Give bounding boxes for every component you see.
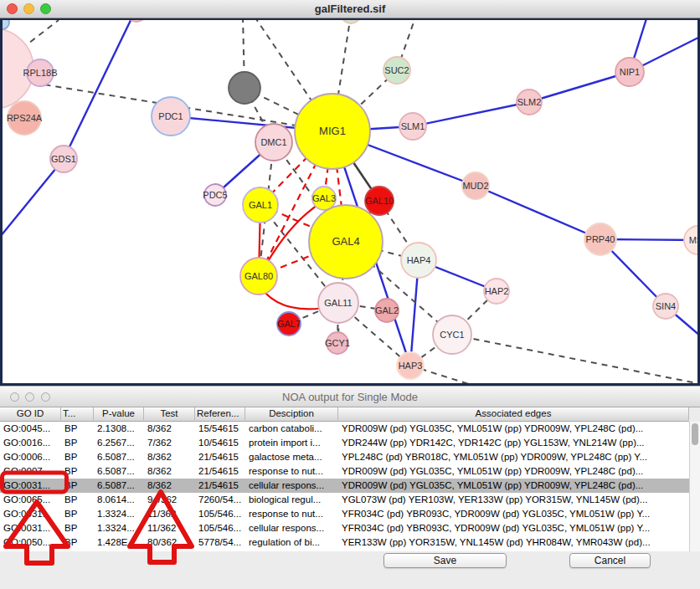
graph-node-label-CYC1: CYC1 xyxy=(440,330,464,340)
graph-node-label-HAP3: HAP3 xyxy=(399,361,423,371)
table-cell: GO:0016... xyxy=(0,436,61,450)
graph-node-label-GAL80: GAL80 xyxy=(244,271,273,281)
table-row[interactable]: GO:0007...BP6.5087...8/36221/54615respon… xyxy=(0,464,689,479)
table-cell: 6.5087... xyxy=(94,479,144,493)
table-cell: 6.5087... xyxy=(94,450,144,464)
table-cell: 10/54615 xyxy=(195,436,245,450)
graph-node-label-DMC1: DMC1 xyxy=(260,137,286,147)
table-row[interactable]: GO:0050...BP1.428E...80/3625778/54...reg… xyxy=(0,535,689,550)
graph-node-label-SUC2: SUC2 xyxy=(384,65,409,75)
column-header-4[interactable]: Referen... xyxy=(195,407,245,420)
network-window-title: galFiltered.sif xyxy=(0,0,700,18)
graph-node-label-GAL10: GAL10 xyxy=(365,196,394,206)
table-row[interactable]: GO:0031...BP1.3324...11/362105/546...res… xyxy=(0,507,689,521)
table-row[interactable]: GO:0045...BP2.1308...8/36215/54615carbon… xyxy=(0,422,689,436)
network-canvas[interactable]: RPL18BRPS24AGDS1PDC1DMC1MIG1SUC2SLM1SLM2… xyxy=(0,0,700,386)
noa-window-titlebar[interactable]: NOA output for Single Mode xyxy=(0,386,700,407)
column-header-0[interactable]: GO ID xyxy=(0,407,61,420)
table-cell: YFR034C (pd) YBR093C, YDR009W (pd) YGL03… xyxy=(338,521,689,535)
column-header-2[interactable]: P-value xyxy=(94,407,144,420)
table-row[interactable]: GO:0016...BP6.2567...7/36210/54615protei… xyxy=(0,436,689,450)
table-cell: YDR244W (pp) YDR142C, YDR142C (pp) YGL15… xyxy=(338,436,689,450)
table-cell: cellular respons... xyxy=(245,479,338,493)
table-cell: 21/54615 xyxy=(195,450,245,464)
graph-node-label-MSL: MSL xyxy=(689,235,700,245)
table-cell: YDR009W (pd) YGL035C, YML051W (pp) YDR00… xyxy=(338,479,689,493)
table-row[interactable]: GO:0065...BP8.0614...94/3627260/54...bio… xyxy=(0,493,689,507)
network-window: RPL18BRPS24AGDS1PDC1DMC1MIG1SUC2SLM1SLM2… xyxy=(0,0,700,386)
table-cell: 80/362 xyxy=(144,535,195,550)
table-cell: biological regul... xyxy=(245,493,338,507)
graph-edge-dash[interactable] xyxy=(452,335,697,383)
graph-node-gray-node[interactable] xyxy=(229,72,260,104)
table-cell: 7260/54... xyxy=(195,493,245,507)
graph-node-label-GAL2: GAL2 xyxy=(375,305,399,315)
graph-node-label-GAL3: GAL3 xyxy=(312,193,336,203)
table-cell: 21/54615 xyxy=(195,464,245,479)
table-cell: 11/362 xyxy=(144,521,195,535)
table-cell: 94/362 xyxy=(144,493,195,507)
table-cell: BP xyxy=(61,493,94,507)
graph-node-label-HAP2: HAP2 xyxy=(485,286,509,296)
graph-node-label-PDC5: PDC5 xyxy=(203,190,227,200)
table-cell: 105/546... xyxy=(195,507,245,521)
table-cell: 1.3324... xyxy=(94,521,144,535)
graph-edge-blue[interactable] xyxy=(413,102,529,126)
network-window-titlebar[interactable]: galFiltered.sif xyxy=(0,0,700,18)
table-header: GO IDT...P-valueTestReferen...Desciption… xyxy=(0,407,689,422)
graph-node-label-SLM2: SLM2 xyxy=(517,97,542,107)
table-cell: YDR009W (pd) YGL035C, YML051W (pp) YDR00… xyxy=(338,422,689,436)
table-cell: 5778/54... xyxy=(195,535,245,550)
table-cell: YDR009W (pd) YGL035C, YML051W (pp) YDR00… xyxy=(338,464,689,479)
table-row[interactable]: GO:0006...BP6.5087...8/36221/54615galact… xyxy=(0,450,689,464)
column-header-6[interactable]: Associated edges xyxy=(338,407,689,420)
graph-node-label-GAL7: GAL7 xyxy=(277,319,301,329)
table-cell: BP xyxy=(61,436,94,450)
noa-output-window: NOA output for Single Mode GO IDT...P-va… xyxy=(0,386,700,589)
table-cell: BP xyxy=(61,521,94,535)
graph-node-label-GAL11: GAL11 xyxy=(324,298,352,308)
cancel-button[interactable]: Cancel xyxy=(569,553,651,568)
table-cell: GO:0045... xyxy=(0,422,61,436)
graph-edge-blue[interactable] xyxy=(529,72,630,102)
table-cell: cellular respons... xyxy=(245,521,338,535)
graph-node-label-NIP1: NIP1 xyxy=(620,67,640,77)
table-row[interactable]: GO:0031...BP6.5087...8/36221/54615cellul… xyxy=(0,479,689,493)
table-cell: 8/362 xyxy=(144,479,195,493)
table-cell: 6.2567... xyxy=(94,436,144,450)
table-cell: 21/54615 xyxy=(195,479,245,493)
table-cell: 1.3324... xyxy=(94,507,144,521)
table-cell: BP xyxy=(61,422,94,436)
table-row[interactable]: GO:0031...BP1.3324...11/362105/546...cel… xyxy=(0,521,689,535)
graph-edge-blue[interactable] xyxy=(64,13,134,159)
graph-node-label-MUD2: MUD2 xyxy=(462,181,488,191)
table-cell: GO:0031... xyxy=(0,521,61,535)
graph-node-label-RPS24A: RPS24A xyxy=(7,113,43,123)
graph-node-label-SLM1: SLM1 xyxy=(401,121,425,131)
table-cell: YFR034C (pd) YBR093C, YDR009W (pd) YGL03… xyxy=(338,507,689,521)
column-header-5[interactable]: Desciption xyxy=(245,407,338,420)
graph-node-label-RPL18B: RPL18B xyxy=(23,68,58,78)
column-header-3[interactable]: Test xyxy=(144,407,195,420)
table-cell: GO:0050... xyxy=(0,535,61,550)
table-cell: galactose meta... xyxy=(245,450,338,464)
table-cell: BP xyxy=(61,450,94,464)
graph-node-label-HAP4: HAP4 xyxy=(407,255,431,265)
graph-edge-blue[interactable] xyxy=(476,186,600,239)
table-cell: 15/54615 xyxy=(195,422,245,436)
table-cell: 105/546... xyxy=(195,521,245,535)
table-cell: 2.1308... xyxy=(94,422,144,436)
table-cell: BP xyxy=(61,464,94,479)
table-cell: GO:0065... xyxy=(0,493,61,507)
table-cell: regulation of bi... xyxy=(245,535,338,550)
graph-edge-blue[interactable] xyxy=(0,159,64,241)
column-header-1[interactable]: T... xyxy=(61,407,94,420)
scrollbar-thumb[interactable] xyxy=(692,423,698,445)
table-cell: BP xyxy=(61,535,94,550)
graph-node-label-MIG1: MIG1 xyxy=(319,125,346,137)
vertical-scrollbar[interactable] xyxy=(689,422,700,551)
table-cell: response to nut... xyxy=(245,464,338,479)
table-cell: protein import i... xyxy=(245,436,338,450)
save-button[interactable]: Save xyxy=(383,553,507,568)
graph-node-label-GAL1: GAL1 xyxy=(249,200,272,210)
